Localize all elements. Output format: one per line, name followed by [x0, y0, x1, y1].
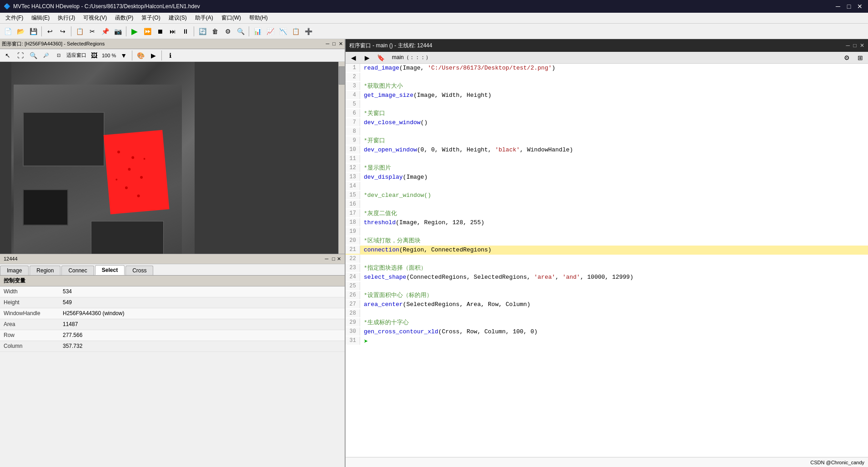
line-num-6: 6	[346, 109, 360, 117]
img-win-close[interactable]: ✕	[339, 41, 343, 46]
img-tb-color[interactable]: 🎨	[135, 50, 146, 61]
tb-stop[interactable]: ⏹	[154, 25, 166, 37]
img-tb-zoom-fit[interactable]: ⛶	[15, 50, 26, 61]
code-nav-bar: ◀ ▶ 🔖 main（：：：） ⚙ ⊞	[346, 52, 868, 64]
menu-window[interactable]: 窗口(W)	[218, 13, 245, 23]
image-scrollbar[interactable]	[338, 62, 345, 254]
close-button[interactable]: ✕	[855, 2, 864, 11]
image-window-controls[interactable]: ─ □ ✕	[324, 41, 343, 47]
code-window-title: 程序窗口 - main () - 主线程: 12444	[349, 42, 432, 50]
tb-chart[interactable]: 📊	[251, 25, 263, 37]
tb-redo[interactable]: ↪	[57, 25, 69, 37]
menu-functions[interactable]: 函数(P)	[111, 13, 137, 23]
tb-clear[interactable]: 🗑	[209, 25, 221, 37]
tab-select[interactable]: Select	[95, 265, 125, 275]
tb-step[interactable]: ⏭	[167, 25, 179, 37]
code-line-4: 4 get_image_size(Image, Width, Height)	[346, 91, 868, 100]
tab-image[interactable]: Image	[0, 266, 29, 275]
tb-settings[interactable]: ⚙	[222, 25, 234, 37]
code-nav-forward[interactable]: ▶	[361, 52, 373, 64]
line-content-31: ➤	[360, 336, 868, 347]
var-row-width: Width 534	[0, 286, 345, 297]
img-tb-zoom-in[interactable]: 🔍	[27, 50, 39, 61]
tb-zoom-in[interactable]: 🔍	[235, 25, 246, 37]
menu-visualize[interactable]: 可视化(V)	[80, 13, 110, 23]
tb-camera[interactable]: 📷	[112, 25, 124, 37]
img-tb-dropdown[interactable]: ▼	[118, 50, 130, 61]
img-minimize-icon[interactable]: ─	[325, 256, 329, 261]
title-left: 🔷 MVTec HALCON HDevelop - C:/Users/86173…	[4, 3, 200, 10]
code-line-24: 24 select_shape(ConnectedRegions, Select…	[346, 273, 868, 282]
line-num-22: 22	[346, 255, 360, 263]
code-line-1: 1 read_image(Image, 'C:/Users/86173/Desk…	[346, 64, 868, 73]
img-close-icon[interactable]: ✕	[337, 256, 341, 262]
menu-operators[interactable]: 算子(O)	[138, 13, 164, 23]
variables-section: 控制变量 Width 534 Height 549 WindowHandle H…	[0, 276, 345, 467]
code-nav-back[interactable]: ◀	[347, 52, 359, 64]
tb-pause[interactable]: ⏸	[180, 25, 191, 37]
tb-plus[interactable]: ➕	[302, 25, 314, 37]
left-panel: 图形窗口: [H256F9A44360] - SelectedRegions ─…	[0, 39, 346, 467]
var-name-column: Column	[0, 342, 59, 350]
img-tb-fit-window[interactable]: ⊡	[53, 50, 65, 61]
code-editor[interactable]: 1 read_image(Image, 'C:/Users/86173/Desk…	[346, 64, 868, 457]
tb-reset[interactable]: 🔄	[196, 25, 208, 37]
machine-sidebar	[0, 62, 11, 254]
menu-file[interactable]: 文件(F)	[2, 13, 27, 23]
menu-suggest[interactable]: 建议(S)	[165, 13, 191, 23]
code-line-20: 20 *区域打散，分离图块	[346, 236, 868, 246]
code-nav-bookmark[interactable]: 🔖	[375, 52, 386, 64]
img-tb-zoom-icon[interactable]: 🖼	[88, 50, 100, 61]
tb-open[interactable]: 📂	[15, 25, 26, 37]
title-bar: 🔷 MVTec HALCON HDevelop - C:/Users/86173…	[0, 0, 868, 13]
code-line-28: 28	[346, 309, 868, 318]
svg-point-4	[125, 186, 128, 190]
img-status-value: 12444	[4, 256, 18, 261]
tb-save[interactable]: 💾	[27, 25, 39, 37]
maximize-button[interactable]: □	[844, 2, 853, 11]
code-nav-expand[interactable]: ⊞	[854, 52, 866, 64]
right-panel: 程序窗口 - main () - 主线程: 12444 ─ □ ✕ ◀ ▶ 🔖 …	[346, 39, 868, 467]
img-tb-zoom-out[interactable]: 🔎	[40, 50, 52, 61]
tb-paste[interactable]: 📌	[99, 25, 111, 37]
line-num-28: 28	[346, 309, 360, 317]
tb-run[interactable]: ▶	[129, 25, 140, 37]
tb-graph[interactable]: 📈	[264, 25, 276, 37]
img-tb-arrow[interactable]: ▶	[147, 50, 159, 61]
code-win-minimize[interactable]: ─	[846, 42, 850, 49]
tb-bar[interactable]: 📉	[277, 25, 289, 37]
code-window-controls[interactable]: ─ □ ✕	[844, 42, 864, 49]
img-maximize-icon[interactable]: □	[332, 256, 335, 261]
code-nav-settings[interactable]: ⚙	[841, 52, 853, 64]
svg-point-7	[115, 179, 117, 181]
tb-sep-4	[194, 26, 194, 36]
var-name-row: Row	[0, 331, 59, 339]
tb-new[interactable]: 📄	[2, 25, 14, 37]
tb-data[interactable]: 📋	[290, 25, 301, 37]
img-win-minimize[interactable]: ─	[326, 41, 329, 46]
img-tb-info[interactable]: ℹ	[164, 50, 176, 61]
menu-help[interactable]: 帮助(H)	[246, 13, 271, 23]
menu-execute[interactable]: 执行(J)	[54, 13, 79, 23]
img-win-maximize[interactable]: □	[332, 41, 336, 46]
tb-cut[interactable]: ✂	[86, 25, 98, 37]
menu-assistant[interactable]: 助手(A)	[191, 13, 217, 23]
menu-edit[interactable]: 编辑(E)	[28, 13, 53, 23]
minimize-button[interactable]: ─	[833, 2, 843, 11]
tb-copy[interactable]: 📋	[74, 25, 85, 37]
code-line-27: 27 area_center(SelectedRegions, Area, Ro…	[346, 300, 868, 309]
tab-cross[interactable]: Cross	[125, 266, 153, 275]
tab-region[interactable]: Region	[30, 266, 60, 275]
image-scrollbar-thumb[interactable]	[339, 66, 345, 85]
img-tb-pointer[interactable]: ↖	[2, 50, 14, 61]
tabs-row: Image Region Connec Select Cross	[0, 264, 345, 276]
code-line-13: 13 dev_display(Image)	[346, 173, 868, 182]
execution-arrow: ➤	[364, 338, 368, 346]
tb-runonce[interactable]: ⏩	[141, 25, 153, 37]
title-controls[interactable]: ─ □ ✕	[833, 2, 864, 11]
code-win-maximize[interactable]: □	[853, 42, 856, 49]
code-win-close[interactable]: ✕	[860, 42, 864, 49]
tab-connec[interactable]: Connec	[61, 266, 94, 275]
tb-undo[interactable]: ↩	[44, 25, 56, 37]
var-name-windowhandle: WindowHandle	[0, 309, 59, 317]
